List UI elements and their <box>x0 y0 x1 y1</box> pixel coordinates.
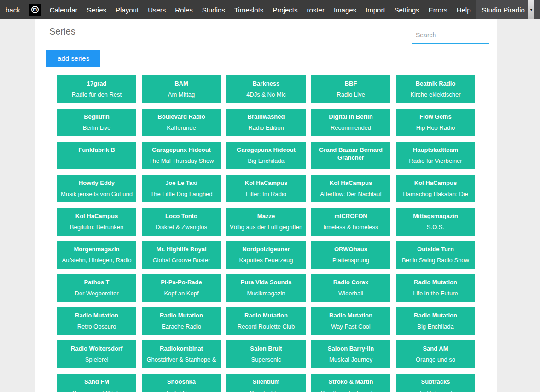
series-card[interactable]: Nordpolzigeuner Kaputtes Feuerzeug <box>226 241 306 269</box>
series-card-subtitle: Der Wegbereiter <box>59 289 134 297</box>
series-card-title: BAM <box>144 80 219 87</box>
series-card-title: Radiokombinat <box>144 345 219 352</box>
series-card[interactable]: Brainwashed Radio Edition <box>226 109 306 136</box>
series-card[interactable]: mICROFON timeless & homeless <box>311 208 390 236</box>
nav-item-help[interactable]: Help <box>452 0 476 19</box>
series-card[interactable]: Stroko & Martin It's all in a technicolo… <box>311 374 390 392</box>
series-card[interactable]: Radiokombinat Ghostdriver & Stanhope & <box>142 340 221 368</box>
series-card[interactable]: Radio Mutation Retro Obscuro <box>57 307 136 335</box>
series-card-subtitle: Life in the Future <box>398 289 473 297</box>
series-card[interactable]: Salon Bruit Supersonic <box>226 340 306 368</box>
series-card-title: Radio Mutation <box>314 311 388 319</box>
add-series-button[interactable]: add series <box>46 50 100 67</box>
series-card[interactable]: Hauptstadtteam Radio für Vierbeiner <box>396 142 475 169</box>
series-card[interactable]: Kol HaCampus Hamachog Hakatan: Die <box>396 175 475 202</box>
nav-item-studios[interactable]: Studios <box>197 0 230 19</box>
series-card[interactable]: Radio Mutation Way Past Cool <box>311 307 390 335</box>
series-page: Series add series 17grad Radio für den R… <box>35 19 497 392</box>
series-card[interactable]: Sand AM Orange und so <box>396 340 475 368</box>
series-card[interactable]: Kol HaCampus Afterflow: Der Nachlauf <box>311 175 390 202</box>
series-card-subtitle: Begilufin: Betrunken <box>59 223 134 231</box>
series-card[interactable]: Subtracks To Released <box>396 374 475 392</box>
nav-item-users[interactable]: Users <box>143 0 170 19</box>
series-card-subtitle: Kirche eklektischer <box>398 91 473 98</box>
nav-right-group: Studio Piradio ▼ Project 88vier ▼ Logout… <box>476 0 540 19</box>
studio-select[interactable]: Studio Piradio ▼ <box>476 0 534 19</box>
series-card[interactable]: 17grad Radio für den Rest <box>57 75 136 103</box>
series-card-title: Garagepunx Hideout <box>144 146 219 154</box>
series-card-subtitle: Way Past Cool <box>314 323 388 330</box>
nav-item-roles[interactable]: Roles <box>170 0 197 19</box>
series-card[interactable]: Kol HaCampus Filter: Im Radio <box>226 175 306 202</box>
series-card-subtitle: Musikmagazin <box>229 289 303 297</box>
series-card-title: Nordpolzigeuner <box>229 245 303 253</box>
series-card[interactable]: Garagepunx Hideout Big Enchilada <box>226 142 306 169</box>
nav-item-roster[interactable]: roster <box>302 0 329 19</box>
series-card-subtitle: It's all in a technicolour <box>314 389 388 392</box>
series-card[interactable]: Garagepunx Hideout The Mal Thursday Show <box>142 142 221 169</box>
series-card[interactable]: Beatnik Radio Kirche eklektischer <box>396 75 475 103</box>
series-card[interactable]: Loco Tonto Diskret & Zwanglos <box>142 208 221 236</box>
series-card[interactable]: Kol HaCampus Begilufin: Betrunken <box>57 208 136 236</box>
series-card[interactable]: Sand FM Orange und Gäste <box>57 374 136 392</box>
series-card[interactable]: BBF Radio Live <box>311 75 390 103</box>
series-card-title: mICROFON <box>314 212 388 220</box>
series-card-title: Beatnik Radio <box>398 80 473 87</box>
series-card-title: Radio Mutation <box>398 311 473 319</box>
series-card[interactable]: Howdy Eddy Musik jenseits von Gut und <box>57 175 136 202</box>
nav-item-series[interactable]: Series <box>82 0 111 19</box>
series-card-subtitle: Hip Hop Radio <box>398 124 473 132</box>
series-card[interactable]: Radio Corax Widerhall <box>311 274 390 302</box>
nav-item-images[interactable]: Images <box>329 0 361 19</box>
series-card[interactable]: Pathos T Der Wegbereiter <box>57 274 136 302</box>
series-card[interactable]: Radio Mutation Earache Radio <box>142 307 221 335</box>
series-card[interactable]: Radio Woltersdorf Spielerei <box>57 340 136 368</box>
series-card[interactable]: Silentium Geschichten <box>226 374 306 392</box>
series-card[interactable]: Mr. Highlife Royal Global Groove Buster <box>142 241 221 269</box>
series-card[interactable]: ORWOhaus Plattensprung <box>311 241 390 269</box>
series-card-subtitle: To Released <box>398 389 473 392</box>
series-card-subtitle: Widerhall <box>314 289 388 297</box>
project-select[interactable]: Project 88vier ▼ <box>534 0 540 19</box>
series-card[interactable]: Radio Mutation Life in the Future <box>396 274 475 302</box>
nav-item-timeslots[interactable]: Timeslots <box>230 0 268 19</box>
series-card[interactable]: Digital in Berlin Recommended <box>311 109 390 136</box>
chevron-down-icon[interactable]: ▼ <box>528 0 534 19</box>
app-logo-icon[interactable]: m <box>29 4 41 16</box>
series-card-subtitle: Radio Live <box>314 91 388 98</box>
nav-item-playout[interactable]: Playout <box>111 0 143 19</box>
series-card-subtitle: Aufstehn, Hinlegen, Radio <box>59 256 134 264</box>
series-card[interactable]: Funkfabrik B <box>57 142 136 169</box>
series-card[interactable]: Mittagsmagazin S.O.S. <box>396 208 475 236</box>
series-card-subtitle: Musik jenseits von Gut und <box>59 190 134 198</box>
series-card[interactable]: Begilufin Berlin Live <box>57 109 136 136</box>
series-card-title: Brainwashed <box>229 113 303 121</box>
studio-select-value: Studio Piradio <box>476 0 528 19</box>
series-card[interactable]: Grand Bazaar Bernard Grancher <box>311 142 390 169</box>
series-card-title: Shooshka <box>144 378 219 386</box>
series-card[interactable]: Morgenmagazin Aufstehn, Hinlegen, Radio <box>57 241 136 269</box>
series-card-title: Loco Tonto <box>144 212 219 220</box>
nav-item-projects[interactable]: Projects <box>268 0 302 19</box>
series-card[interactable]: Mazze Völlig aus der Luft gegriffen <box>226 208 306 236</box>
series-card[interactable]: Pi-Pa-Po-Rade Kopf an Kopf <box>142 274 221 302</box>
series-card[interactable]: Radio Mutation Big Enchilada <box>396 307 475 335</box>
series-card[interactable]: Flow Gems Hip Hop Radio <box>396 109 475 136</box>
series-card-title: Howdy Eddy <box>59 179 134 187</box>
series-card-title: Barkness <box>229 80 303 87</box>
nav-item-settings[interactable]: Settings <box>390 0 424 19</box>
series-card[interactable]: Radio Mutation Record Roulette Club <box>226 307 306 335</box>
series-card[interactable]: Boulevard Radio Kafferunde <box>142 109 221 136</box>
series-card[interactable]: Barkness 4DJs & No Mic <box>226 75 306 103</box>
nav-item-calendar[interactable]: Calendar <box>45 0 82 19</box>
series-card[interactable]: Pura Vida Sounds Musikmagazin <box>226 274 306 302</box>
series-card[interactable]: Saloon Barry-lin Musical Journey <box>311 340 390 368</box>
series-card[interactable]: BAM Am Mittag <box>142 75 221 103</box>
series-card[interactable]: Outside Turn Berlin Swing Radio Show <box>396 241 475 269</box>
series-card[interactable]: Joe Le Taxi The Little Dog Laughed <box>142 175 221 202</box>
nav-item-errors[interactable]: Errors <box>424 0 452 19</box>
search-input[interactable] <box>412 29 489 44</box>
back-button[interactable]: back <box>0 0 25 19</box>
series-card[interactable]: Shooshka Joyful Noise <box>142 374 221 392</box>
nav-item-import[interactable]: Import <box>361 0 390 19</box>
